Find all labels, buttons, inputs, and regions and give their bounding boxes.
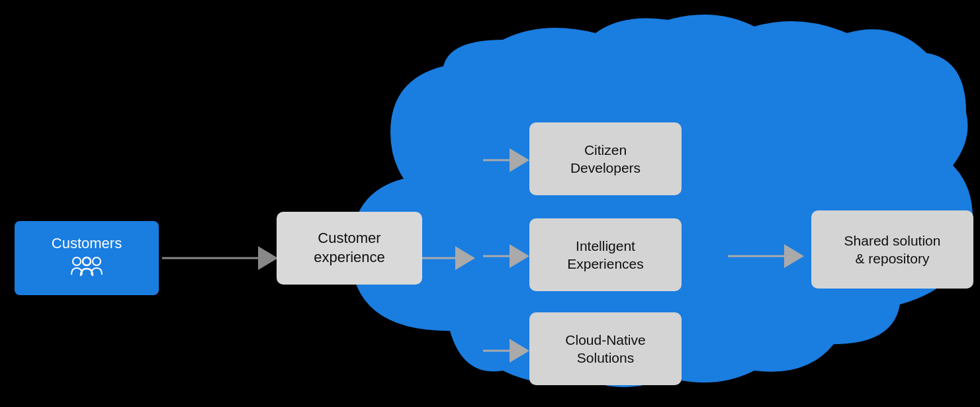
arrow-cloudnative: [483, 336, 529, 365]
arrow-customers-to-cx: [162, 244, 278, 273]
customer-experience-box: Customer experience: [277, 212, 422, 285]
cloud-native-box: Cloud-Native Solutions: [529, 312, 682, 385]
arrow-intelligent: [483, 242, 529, 271]
svg-point-0: [73, 257, 81, 265]
diagram: Customers Customer experience: [0, 0, 980, 407]
customers-box: Customers: [15, 221, 159, 295]
svg-point-1: [93, 257, 101, 265]
svg-marker-3: [258, 246, 278, 270]
arrow-citizen: [483, 146, 529, 175]
arrow-shared-to-intelligent: [728, 242, 804, 271]
svg-marker-9: [510, 244, 529, 268]
cloud-native-label: Cloud-Native Solutions: [565, 331, 645, 367]
citizen-developers-box: Citizen Developers: [529, 122, 682, 195]
customers-icon: [70, 256, 103, 282]
customers-label: Customers: [52, 235, 122, 252]
svg-point-2: [83, 257, 91, 265]
svg-marker-5: [455, 246, 475, 270]
intelligent-experiences-label: Intelligent Experiences: [567, 237, 644, 273]
intelligent-experiences-box: Intelligent Experiences: [529, 218, 682, 291]
arrow-cx-to-cloud: [422, 244, 475, 273]
cx-label: Customer experience: [314, 229, 385, 267]
shared-solution-label: Shared solution & repository: [844, 232, 941, 268]
svg-marker-13: [784, 244, 804, 268]
shared-solution-box: Shared solution & repository: [811, 210, 973, 289]
svg-marker-7: [510, 148, 529, 172]
svg-marker-11: [510, 339, 529, 363]
citizen-developers-label: Citizen Developers: [570, 141, 641, 177]
